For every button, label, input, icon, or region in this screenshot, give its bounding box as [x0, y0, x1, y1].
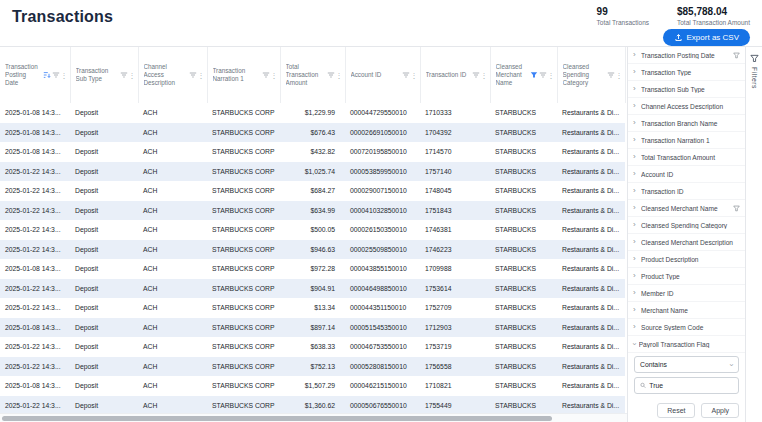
table-row[interactable]: 2025-01-22 14:3...DepositACHSTARBUCKS CO…: [0, 337, 625, 357]
table-row[interactable]: 2025-01-08 14:3...DepositACHSTARBUCKS CO…: [0, 103, 625, 123]
table-row[interactable]: 2025-01-22 14:3...DepositACHSTARBUCKS CO…: [0, 181, 625, 201]
filter-list-item-expanded[interactable]: ›Payroll Transaction Flag: [628, 336, 745, 353]
filter-value-field[interactable]: [634, 377, 739, 394]
stat-value: 99: [597, 6, 649, 17]
table-row[interactable]: 2025-01-22 14:3...DepositACHSTARBUCKS CO…: [0, 279, 625, 299]
filter-list-item[interactable]: ›Cleansed Merchant Description: [628, 234, 745, 251]
table-cell: STARBUCKS CORP: [207, 337, 280, 357]
chevron-right-icon: ›: [633, 204, 638, 212]
column-header[interactable]: Cleansed Merchant Name⋮: [490, 47, 557, 103]
filter-list-item[interactable]: ›Source System Code: [628, 319, 745, 336]
column-filter-icon[interactable]: [52, 71, 60, 79]
column-header[interactable]: Total Transaction Amount⋮: [280, 47, 345, 103]
table-cell: 2025-01-08 14:3...: [0, 259, 70, 279]
reset-button[interactable]: Reset: [657, 403, 695, 418]
column-menu-icon[interactable]: ⋮: [411, 72, 418, 79]
column-header[interactable]: Account ID⋮: [345, 47, 420, 103]
horizontal-scrollbar[interactable]: [0, 413, 627, 422]
table-cell: Restaurants & Di...: [557, 103, 625, 123]
filter-list-item[interactable]: ›Member ID: [628, 285, 745, 302]
funnel-icon: [750, 54, 759, 63]
column-header[interactable]: Transaction ID⋮: [420, 47, 490, 103]
table-row[interactable]: 2025-01-08 14:3...DepositACHSTARBUCKS CO…: [0, 259, 625, 279]
filter-list-item[interactable]: ›Transaction Sub Type: [628, 81, 745, 98]
column-filter-icon[interactable]: [120, 71, 128, 79]
table-cell: 1710333: [420, 103, 490, 123]
sort-icon[interactable]: [43, 71, 51, 79]
column-menu-icon[interactable]: ⋮: [336, 72, 343, 79]
filter-list-item[interactable]: ›Merchant Name: [628, 302, 745, 319]
column-filter-icon[interactable]: [402, 71, 410, 79]
column-menu-icon[interactable]: ⋮: [481, 72, 488, 79]
table-row[interactable]: 2025-01-22 14:3...DepositACHSTARBUCKS CO…: [0, 357, 625, 377]
apply-button[interactable]: Apply: [701, 403, 739, 418]
table-row[interactable]: 2025-01-22 14:3...DepositACHSTARBUCKS CO…: [0, 240, 625, 260]
table-row[interactable]: 2025-01-22 14:3...DepositACHSTARBUCKS CO…: [0, 220, 625, 240]
column-header[interactable]: Transaction Posting Date⋮: [0, 47, 70, 103]
table-cell: ACH: [138, 103, 207, 123]
filter-list-item[interactable]: ›Transaction Type: [628, 64, 745, 81]
table-cell: STARBUCKS: [490, 220, 557, 240]
filter-list-item[interactable]: ›Total Transaction Amount: [628, 149, 745, 166]
column-menu-icon[interactable]: ⋮: [129, 72, 136, 79]
filter-operator-select[interactable]: Contains›: [634, 356, 739, 373]
chevron-right-icon: ›: [633, 289, 638, 297]
tab-filters[interactable]: Filters: [750, 54, 759, 89]
filter-value-input[interactable]: [649, 382, 733, 389]
column-header[interactable]: Cleansed Spending Category⋮: [557, 47, 625, 103]
table-cell: STARBUCKS: [490, 357, 557, 377]
table-cell: Restaurants & Di...: [557, 220, 625, 240]
table-cell: $946.63: [280, 240, 345, 260]
chevron-down-icon: ›: [728, 363, 736, 366]
table-cell: 000046498850010: [345, 279, 420, 299]
stat-total-amount: $85,788.04 Total Transaction Amount: [677, 6, 750, 26]
column-filter-icon[interactable]: [189, 71, 197, 79]
export-csv-button[interactable]: Export as CSV: [663, 29, 750, 46]
filter-list-item[interactable]: ›Cleansed Spending Category: [628, 217, 745, 234]
column-label: Cleansed Merchant Name: [496, 63, 528, 88]
table-row[interactable]: 2025-01-08 14:3...DepositACHSTARBUCKS CO…: [0, 376, 625, 396]
chevron-right-icon: ›: [633, 238, 638, 246]
table-cell: 2025-01-08 14:3...: [0, 123, 70, 143]
table-cell: 2025-01-22 14:3...: [0, 337, 70, 357]
column-menu-icon[interactable]: ⋮: [198, 72, 205, 79]
column-menu-icon[interactable]: ⋮: [616, 72, 623, 79]
table-row[interactable]: 2025-01-22 14:3...DepositACHSTARBUCKS CO…: [0, 201, 625, 221]
table-row[interactable]: 2025-01-08 14:3...DepositACHSTARBUCKS CO…: [0, 318, 625, 338]
table-row[interactable]: 2025-01-22 14:3...DepositACHSTARBUCKS CO…: [0, 162, 625, 182]
column-header[interactable]: Transaction Sub Type⋮: [70, 47, 138, 103]
filter-list-item[interactable]: ›Product Description: [628, 251, 745, 268]
table-cell: STARBUCKS CORP: [207, 201, 280, 221]
column-filter-icon[interactable]: [607, 71, 615, 79]
filter-list-item[interactable]: ›Account ID: [628, 166, 745, 183]
column-filter-icon[interactable]: [539, 71, 547, 79]
column-filter-icon[interactable]: [472, 71, 480, 79]
scrollbar-thumb[interactable]: [2, 416, 552, 421]
table-cell: 1753719: [420, 337, 490, 357]
column-menu-icon[interactable]: ⋮: [548, 72, 555, 79]
column-filter-icon[interactable]: [262, 71, 270, 79]
filter-list-item[interactable]: ›Transaction Narration 1: [628, 132, 745, 149]
table-row[interactable]: 2025-01-22 14:3...DepositACHSTARBUCKS CO…: [0, 298, 625, 318]
column-header[interactable]: Transaction Narration 1⋮: [207, 47, 280, 103]
transactions-page: Transactions 99 Total Transactions $85,7…: [0, 0, 762, 422]
filter-active-icon[interactable]: [530, 71, 538, 79]
chevron-right-icon: ›: [633, 306, 638, 314]
column-menu-icon[interactable]: ⋮: [271, 72, 278, 79]
table-cell: ACH: [138, 318, 207, 338]
filter-list-item[interactable]: ›Transaction Posting Date: [628, 47, 745, 64]
filter-list-item[interactable]: ›Transaction ID: [628, 183, 745, 200]
chevron-right-icon: ›: [633, 102, 638, 110]
column-header[interactable]: Channel Access Description⋮: [138, 47, 207, 103]
filter-list-item[interactable]: ›Channel Access Description: [628, 98, 745, 115]
table-row[interactable]: 2025-01-08 14:3...DepositACHSTARBUCKS CO…: [0, 123, 625, 143]
table-cell: Restaurants & Di...: [557, 259, 625, 279]
column-menu-icon[interactable]: ⋮: [61, 72, 68, 79]
column-filter-icon[interactable]: [327, 71, 335, 79]
table-cell: ACH: [138, 240, 207, 260]
filter-list-item[interactable]: ›Cleansed Merchant Name: [628, 200, 745, 217]
table-row[interactable]: 2025-01-08 14:3...DepositACHSTARBUCKS CO…: [0, 142, 625, 162]
table-cell: STARBUCKS CORP: [207, 279, 280, 299]
filter-list-item[interactable]: ›Transaction Branch Name: [628, 115, 745, 132]
filter-list-item[interactable]: ›Product Type: [628, 268, 745, 285]
